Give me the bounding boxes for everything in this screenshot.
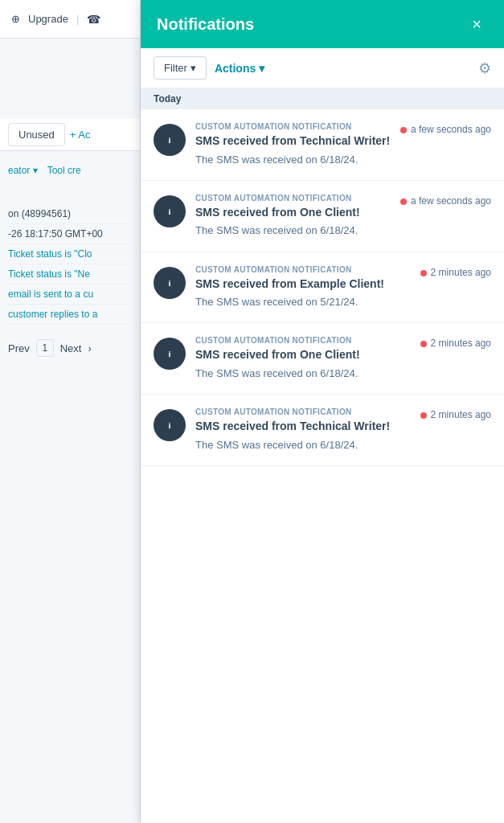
unread-dot bbox=[420, 270, 427, 276]
list-item-3[interactable]: Ticket status is "Clo bbox=[8, 244, 132, 264]
notification-time: a few seconds ago bbox=[411, 195, 491, 207]
notification-item[interactable]: i CUSTOM AUTOMATION NOTIFICATION SMS rec… bbox=[141, 181, 504, 252]
notification-description: The SMS was received on 6/18/24. bbox=[195, 438, 411, 452]
add-tab-button[interactable]: + Ac bbox=[70, 129, 91, 141]
prev-button[interactable]: Prev bbox=[8, 342, 30, 354]
divider: | bbox=[76, 13, 79, 25]
unread-dot bbox=[420, 412, 427, 419]
page-number[interactable]: 1 bbox=[36, 339, 54, 357]
tool-row: eator ▾ Tool cre bbox=[0, 158, 140, 183]
list-item-4[interactable]: Ticket status is "Ne bbox=[8, 264, 132, 285]
unread-dot bbox=[400, 127, 407, 133]
notification-meta: 2 minutes ago bbox=[420, 336, 491, 349]
notification-headline: SMS received from Example Client! bbox=[195, 276, 411, 293]
background-list: on (48994561) -26 18:17:50 GMT+00 Ticket… bbox=[0, 199, 140, 330]
actions-chevron-icon: ▾ bbox=[259, 62, 264, 75]
notification-description: The SMS was received on 5/21/24. bbox=[195, 295, 411, 309]
notifications-panel: Notifications × Filter ▾ Actions ▾ ⚙ Tod… bbox=[141, 0, 504, 823]
notification-icon: i bbox=[154, 409, 186, 441]
filter-chevron-icon: ▾ bbox=[191, 62, 196, 74]
notification-type: CUSTOM AUTOMATION NOTIFICATION bbox=[195, 336, 411, 345]
info-icon: i bbox=[162, 276, 177, 290]
notification-meta: a few seconds ago bbox=[400, 122, 491, 135]
notifications-list[interactable]: i CUSTOM AUTOMATION NOTIFICATION SMS rec… bbox=[141, 109, 504, 823]
notification-headline: SMS received from Technical Writer! bbox=[195, 133, 391, 149]
filter-label: Filter bbox=[164, 62, 187, 74]
next-button[interactable]: Next bbox=[60, 342, 82, 354]
panel-title: Notifications bbox=[157, 15, 254, 34]
list-item-2: -26 18:17:50 GMT+00 bbox=[8, 224, 132, 244]
notification-headline: SMS received from Technical Writer! bbox=[195, 419, 411, 435]
notification-item[interactable]: i CUSTOM AUTOMATION NOTIFICATION SMS rec… bbox=[141, 109, 504, 181]
notification-type: CUSTOM AUTOMATION NOTIFICATION bbox=[195, 407, 411, 416]
notification-meta: 2 minutes ago bbox=[420, 265, 491, 278]
section-today: Today bbox=[141, 88, 504, 109]
notification-meta: 2 minutes ago bbox=[420, 407, 491, 420]
notification-body: CUSTOM AUTOMATION NOTIFICATION SMS recei… bbox=[195, 336, 411, 381]
unread-dot bbox=[400, 199, 407, 205]
notification-body: CUSTOM AUTOMATION NOTIFICATION SMS recei… bbox=[195, 265, 411, 310]
phone-icon: ☎ bbox=[87, 13, 100, 26]
notification-body: CUSTOM AUTOMATION NOTIFICATION SMS recei… bbox=[195, 122, 391, 167]
pagination: Prev 1 Next › bbox=[0, 333, 140, 363]
unread-dot bbox=[420, 341, 427, 347]
actions-label: Actions bbox=[215, 62, 256, 75]
settings-gear-icon[interactable]: ⚙ bbox=[478, 59, 491, 77]
notification-description: The SMS was received on 6/18/24. bbox=[195, 366, 411, 381]
creator-dropdown[interactable]: eator ▾ bbox=[8, 165, 38, 176]
close-button[interactable]: × bbox=[465, 13, 488, 35]
list-item-5[interactable]: email is sent to a cu bbox=[8, 285, 132, 305]
next-chevron[interactable]: › bbox=[88, 342, 91, 354]
upgrade-icon: ⊕ bbox=[11, 13, 20, 25]
list-item-1[interactable]: on (48994561) bbox=[8, 204, 132, 224]
notification-headline: SMS received from One Client! bbox=[195, 205, 391, 221]
notification-body: CUSTOM AUTOMATION NOTIFICATION SMS recei… bbox=[195, 407, 411, 452]
svg-text:i: i bbox=[169, 350, 171, 358]
notification-icon: i bbox=[154, 267, 186, 299]
svg-text:i: i bbox=[169, 278, 171, 287]
notification-time: 2 minutes ago bbox=[431, 267, 491, 278]
notification-type: CUSTOM AUTOMATION NOTIFICATION bbox=[195, 194, 391, 203]
notification-item[interactable]: i CUSTOM AUTOMATION NOTIFICATION SMS rec… bbox=[141, 252, 504, 324]
notification-time: 2 minutes ago bbox=[431, 338, 491, 349]
notification-icon: i bbox=[154, 124, 186, 156]
info-icon: i bbox=[162, 418, 177, 432]
info-icon: i bbox=[162, 204, 177, 219]
unused-tab[interactable]: Unused bbox=[8, 123, 65, 146]
notification-type: CUSTOM AUTOMATION NOTIFICATION bbox=[195, 265, 411, 274]
notification-item[interactable]: i CUSTOM AUTOMATION NOTIFICATION SMS rec… bbox=[141, 323, 504, 395]
notification-description: The SMS was received on 6/18/24. bbox=[195, 223, 391, 238]
notification-item[interactable]: i CUSTOM AUTOMATION NOTIFICATION SMS rec… bbox=[141, 395, 504, 466]
notification-time: a few seconds ago bbox=[411, 124, 491, 135]
info-icon: i bbox=[162, 346, 177, 361]
svg-text:i: i bbox=[169, 207, 171, 216]
info-icon: i bbox=[162, 133, 177, 147]
panel-header: Notifications × bbox=[141, 0, 504, 48]
tool-creator-label: Tool cre bbox=[47, 165, 81, 176]
filter-button[interactable]: Filter ▾ bbox=[154, 56, 207, 80]
notification-icon: i bbox=[154, 195, 186, 227]
top-bar: ⊕ Upgrade | ☎ bbox=[0, 0, 140, 39]
background-panel: ⊕ Upgrade | ☎ Unused + Ac eator ▾ Tool c… bbox=[0, 0, 141, 823]
notification-headline: SMS received from One Client! bbox=[195, 347, 411, 363]
tab-bar: Unused + Ac bbox=[0, 119, 140, 151]
notification-icon: i bbox=[154, 338, 186, 370]
notification-description: The SMS was received on 6/18/24. bbox=[195, 153, 391, 167]
notification-time: 2 minutes ago bbox=[431, 409, 491, 420]
svg-text:i: i bbox=[169, 136, 171, 145]
actions-button[interactable]: Actions ▾ bbox=[215, 62, 264, 75]
notification-meta: a few seconds ago bbox=[400, 194, 491, 207]
notification-type: CUSTOM AUTOMATION NOTIFICATION bbox=[195, 122, 391, 131]
tab-row: Unused + Ac bbox=[0, 119, 140, 151]
toolbar: Filter ▾ Actions ▾ ⚙ bbox=[141, 48, 504, 88]
upgrade-button[interactable]: Upgrade bbox=[28, 13, 68, 25]
list-item-6[interactable]: customer replies to a bbox=[8, 305, 132, 325]
notification-body: CUSTOM AUTOMATION NOTIFICATION SMS recei… bbox=[195, 194, 391, 239]
svg-text:i: i bbox=[169, 421, 171, 430]
